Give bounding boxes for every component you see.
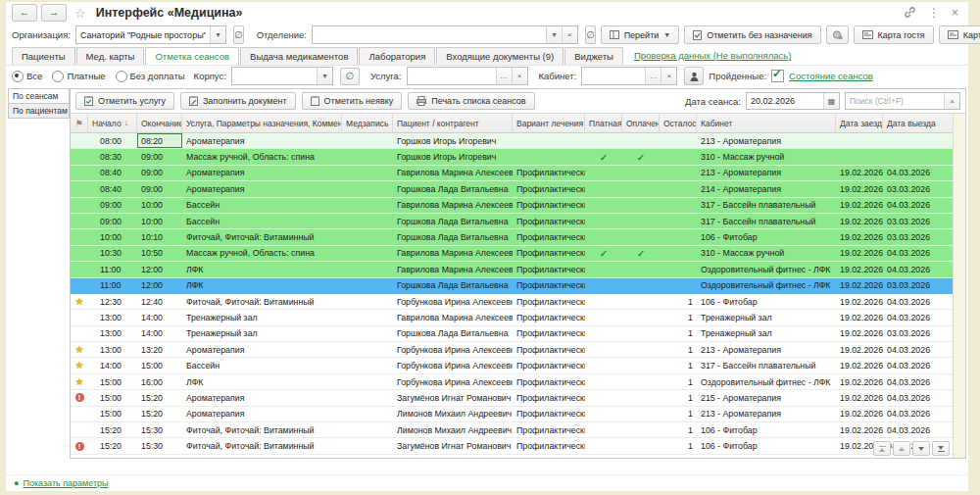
session-row-3[interactable]: 08:4009:00АроматерапияГоршкова Лада Вита… — [71, 181, 954, 197]
organization-combo[interactable]: ▾ — [75, 25, 226, 44]
tab-4[interactable]: Лаборатория — [359, 47, 435, 65]
side-tab-1[interactable]: По пациентам — [8, 103, 70, 119]
check-data-link[interactable]: Проверка данных (Не выполнялась) — [634, 50, 791, 61]
session-row-13[interactable]: ★13:0013:20АроматерапияГорбункова Ирина … — [71, 342, 954, 358]
session-row-1[interactable]: 08:3009:00Массаж ручной, Область: спинаГ… — [71, 149, 954, 165]
patient-card-button[interactable]: Карта пациента — [939, 25, 980, 44]
session-row-6[interactable]: 10:0010:10Фиточай, Фиточай: ВитаминныйГо… — [71, 229, 954, 245]
tab-1[interactable]: Мед. карты — [76, 47, 145, 65]
column-header-9[interactable]: Осталось — [660, 114, 697, 132]
scroll-to-top-button[interactable] — [873, 441, 891, 456]
clear-icon[interactable]: × — [512, 68, 527, 84]
search-input[interactable] — [846, 93, 944, 109]
tab-5[interactable]: Входящие документы (9) — [436, 47, 564, 65]
session-row-0[interactable]: 08:0008:20АроматерапияГоршков Игорь Игор… — [71, 133, 954, 149]
mark-without-assignment-button[interactable]: Отметить без назначения — [684, 25, 820, 44]
building-combo[interactable]: ▾ — [231, 67, 333, 85]
ellipsis-icon[interactable]: … — [496, 68, 512, 84]
select-patient-button[interactable] — [684, 67, 704, 85]
forward-button[interactable]: → — [41, 4, 67, 22]
close-icon[interactable]: × — [952, 7, 958, 19]
vertical-scrollbar[interactable] — [953, 114, 965, 458]
radio-icon[interactable] — [52, 71, 64, 82]
open-organization-link-icon[interactable]: ∅ — [233, 25, 244, 44]
session-row-11[interactable]: 13:0014:00Тренажерный залГаврилова Марин… — [71, 310, 954, 325]
link-icon[interactable] — [904, 6, 916, 21]
scroll-to-bottom-button[interactable] — [932, 441, 950, 456]
column-header-0[interactable]: ⚑ — [71, 114, 88, 132]
chevron-down-icon[interactable]: ▾ — [210, 26, 225, 43]
guest-card-button[interactable]: Карта гостя — [854, 25, 934, 44]
cabinet-combo[interactable]: … × — [581, 67, 677, 85]
column-header-11[interactable]: Дата заезда — [836, 114, 883, 132]
session-state-link[interactable]: Состояние сеансов — [789, 71, 873, 81]
tab-0[interactable]: Пациенты — [12, 47, 75, 65]
column-header-2[interactable]: Окончание — [137, 114, 182, 132]
session-row-17[interactable]: 15:0015:20АроматерапияЛимонов Михаил Анд… — [71, 407, 954, 422]
session-row-20[interactable]: 16:0017:00БассейнЛимонов Михаил Андрееви… — [71, 455, 954, 458]
side-tab-0[interactable]: По сеансам — [8, 88, 70, 104]
open-department-link-icon[interactable]: ∅ — [585, 25, 596, 44]
search-field[interactable]: × — [845, 92, 960, 110]
organization-input[interactable] — [76, 26, 210, 43]
show-parameters-link[interactable]: Показать параметры — [23, 478, 108, 488]
service-input[interactable] — [408, 68, 496, 84]
column-header-5[interactable]: Пациент / контрагент — [393, 114, 513, 132]
radio-1[interactable]: Платные — [52, 71, 105, 82]
column-header-12[interactable]: Дата выезда — [883, 114, 954, 132]
back-button[interactable]: ← — [12, 4, 37, 22]
session-row-16[interactable]: !15:0015:20АроматерапияЗагумёнов Игнат Р… — [71, 390, 954, 406]
chevron-down-icon[interactable]: ▾ — [317, 68, 332, 84]
session-row-10[interactable]: ★12:3012:40Фиточай, Фиточай: ВитаминныйГ… — [71, 294, 954, 310]
goto-button[interactable]: Перейти▼ — [601, 25, 680, 44]
ellipsis-icon[interactable]: … — [645, 68, 661, 84]
chevron-down-icon[interactable]: ▾ — [546, 26, 562, 43]
session-row-15[interactable]: ★15:0016:00ЛФКГорбункова Ирина Алексеевн… — [71, 374, 954, 390]
scroll-up-button[interactable] — [893, 441, 910, 456]
department-combo[interactable]: ▾ × — [312, 25, 578, 44]
session-row-2[interactable]: 08:4009:00АроматерапияГаврилова Марина А… — [71, 166, 954, 181]
fill-document-button[interactable]: Заполнить документ — [180, 92, 296, 110]
session-date-field[interactable]: ▦ — [746, 92, 840, 110]
more-menu-icon[interactable]: ⋮ — [928, 7, 940, 19]
column-header-1[interactable]: Начало↓ — [88, 114, 137, 132]
column-header-7[interactable]: Платная — [585, 114, 622, 132]
passed-checkbox[interactable]: ✓ — [771, 70, 784, 82]
clear-search-icon[interactable]: × — [944, 93, 959, 109]
radio-icon[interactable] — [116, 71, 127, 82]
department-input[interactable] — [313, 26, 546, 43]
tab-2[interactable]: Отметка сеансов — [145, 47, 239, 65]
tab-3[interactable]: Выдача медикаментов — [240, 47, 358, 65]
service-combo[interactable]: … × — [407, 67, 528, 85]
payment-button[interactable] — [826, 25, 849, 44]
session-row-18[interactable]: 15:2015:30Фиточай, Фиточай: ВитаминныйЛи… — [71, 422, 954, 438]
column-header-3[interactable]: Услуга, Параметры назначения, Комментари… — [182, 114, 342, 132]
session-row-5[interactable]: 09:0010:00БассейнГоршкова Лада Витальевн… — [71, 214, 954, 229]
radio-icon[interactable] — [12, 71, 24, 82]
favorite-star-icon[interactable]: ☆ — [74, 6, 86, 21]
building-input[interactable] — [232, 68, 317, 84]
print-sessions-button[interactable]: Печать списка сеансов — [408, 92, 534, 110]
clear-icon[interactable]: × — [661, 68, 676, 84]
mark-service-button[interactable]: Отметить услугу — [75, 92, 174, 110]
session-row-12[interactable]: 13:0014:00Тренажерный залГоршкова Лада В… — [71, 326, 954, 342]
mark-noshow-button[interactable]: Отметить неявку — [302, 92, 403, 110]
radio-0[interactable]: Все — [12, 71, 42, 82]
column-header-8[interactable]: Оплачена — [622, 114, 660, 132]
session-row-7[interactable]: 10:3010:50Массаж ручной, Область: спинаГ… — [71, 246, 954, 262]
session-date-input[interactable] — [747, 93, 823, 109]
session-row-19[interactable]: !15:2015:30Фиточай, Фиточай: ВитаминныйЗ… — [71, 438, 954, 454]
radio-2[interactable]: Без доплаты — [116, 71, 185, 82]
open-building-link-icon[interactable]: ∅ — [340, 68, 360, 85]
session-row-4[interactable]: 09:0010:00БассейнГаврилова Марина Алексе… — [71, 198, 954, 214]
session-row-9[interactable]: 11:0012:00ЛФКГоршкова Лада ВитальевнаПро… — [71, 278, 954, 294]
session-row-14[interactable]: ★14:0015:00БассейнГорбункова Ирина Алекс… — [71, 358, 954, 373]
column-header-4[interactable]: Медзапись — [342, 114, 393, 132]
calendar-icon[interactable]: ▦ — [823, 93, 839, 109]
column-header-6[interactable]: Вариант лечения — [513, 114, 585, 132]
tab-6[interactable]: Виджеты — [564, 47, 623, 65]
column-header-10[interactable]: Кабинет — [697, 114, 836, 132]
session-row-8[interactable]: 11:0012:00ЛФКГаврилова Марина Алексеевна… — [71, 262, 954, 277]
scroll-down-button[interactable] — [912, 441, 930, 456]
cabinet-input[interactable] — [582, 68, 645, 84]
